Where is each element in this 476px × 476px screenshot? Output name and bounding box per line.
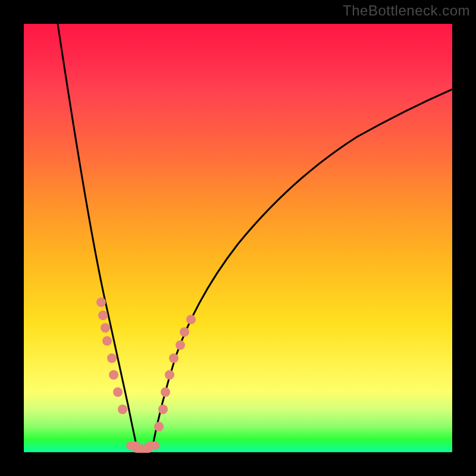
data-marker (102, 336, 112, 346)
data-marker (145, 441, 159, 450)
data-marker (165, 370, 174, 380)
data-marker (96, 298, 106, 307)
plot-area (24, 24, 452, 452)
left-curve (58, 24, 137, 447)
data-marker (169, 353, 178, 363)
data-marker (107, 353, 117, 363)
data-marker (158, 405, 168, 414)
data-marker (113, 387, 123, 397)
watermark-text: TheBottleneck.com (343, 2, 470, 19)
right-curve (152, 89, 452, 447)
data-marker (186, 315, 196, 324)
data-marker (154, 422, 164, 431)
data-marker (161, 387, 170, 397)
data-marker (101, 323, 110, 333)
data-marker (98, 311, 108, 320)
data-marker (176, 340, 185, 350)
data-marker (180, 327, 189, 337)
curve-layer (24, 24, 452, 452)
chart-canvas: TheBottleneck.com (0, 0, 476, 476)
data-marker (109, 370, 118, 380)
data-marker (118, 405, 127, 414)
